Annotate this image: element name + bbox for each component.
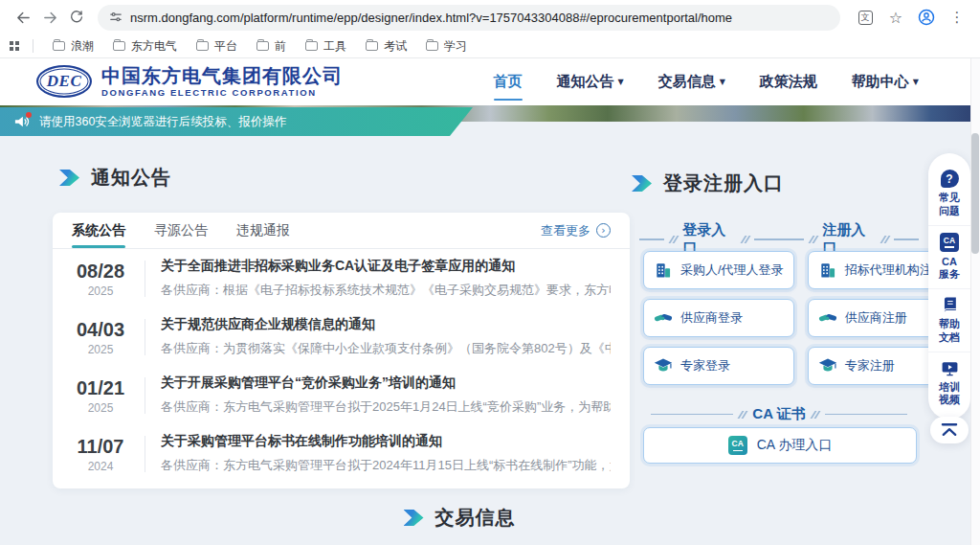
bookmark-folder[interactable]: 学习 — [426, 38, 467, 55]
bookmark-folder[interactable]: 前 — [256, 38, 286, 55]
site-header: DEC 中国东方电气集团有限公司 DONGFANG ELECTRIC CORPO… — [0, 58, 980, 105]
section-arrow-icon — [632, 175, 652, 192]
notice-summary: 各供应商：东方电气采购管理平台拟于2024年11月15日上线“标书在线制作”功能… — [161, 457, 611, 474]
nav-help-center[interactable]: 帮助中心▼ — [852, 69, 919, 95]
arrow-up-to-top-icon — [940, 422, 959, 438]
faq-item[interactable]: ? 常见问题 — [928, 163, 970, 225]
quick-sidebar: ? 常见问题 CA CA 服务 帮助文档 培训视频 — [928, 153, 970, 420]
notices-section-heading: 通知公告 — [59, 165, 171, 191]
back-to-top-button[interactable] — [930, 417, 969, 443]
main-nav: 首页 通知公告▼ 交易信息▼ 政策法规 帮助中心▼ — [494, 58, 919, 105]
apps-grid-icon[interactable] — [10, 41, 19, 51]
tab-violation-reports[interactable]: 违规通报 — [236, 214, 290, 248]
chevron-down-icon: ▼ — [618, 78, 624, 86]
folder-icon — [305, 41, 318, 51]
graduation-cap-icon — [654, 356, 673, 375]
tab-sourcing-notices[interactable]: 寻源公告 — [154, 214, 208, 248]
browser-window: nsrm.dongfang.com/platform/runtime/epp/d… — [0, 0, 980, 545]
browser-notice-ribbon: 请使用360安全浏览器进行后续投标、报价操作 — [0, 107, 473, 136]
back-icon[interactable] — [10, 4, 36, 31]
address-bar[interactable]: nsrm.dongfang.com/platform/runtime/epp/d… — [98, 5, 840, 31]
tab-system-notices[interactable]: 系统公告 — [72, 214, 125, 248]
supplier-login-button[interactable]: 供应商登录 — [643, 299, 794, 337]
notice-summary: 各供应商：东方电气采购管理平台拟于2025年1月24日上线“竞价采购”业务，为帮… — [161, 398, 611, 416]
building-icon — [818, 261, 837, 280]
list-item[interactable]: 01/212025 关于开展采购管理平台“竞价采购业务”培训的通知 各供应商：东… — [53, 366, 630, 424]
entry-buttons-grid: 采购人/代理人登录 招标代理机构注册 供应商登录 供应商注册 专家登录 专家注册 — [643, 251, 917, 385]
divider — [145, 377, 145, 414]
ca-icon: CA — [728, 436, 747, 455]
ca-cert-header: CA 证书 — [639, 405, 919, 423]
notice-summary: 各供应商：根据《电子招标投标系统技术规范》《电子采购交易规范》要求，东方电气采购… — [161, 282, 611, 299]
question-icon: ? — [941, 170, 959, 188]
notice-title[interactable]: 关于开展采购管理平台“竞价采购业务”培训的通知 — [161, 375, 611, 392]
browser-menu-icon[interactable]: ⋮ — [944, 4, 970, 31]
expert-login-button[interactable]: 专家登录 — [643, 347, 794, 385]
forward-icon[interactable] — [36, 4, 63, 31]
training-video-icon — [941, 359, 959, 377]
section-arrow-icon — [59, 170, 79, 186]
company-name-en: DONGFANG ELECTRIC CORPORATION — [101, 87, 343, 98]
trade-section-heading: 交易信息 — [0, 505, 919, 531]
browser-toolbar: nsrm.dongfang.com/platform/runtime/epp/d… — [0, 0, 980, 34]
help-doc-item[interactable]: 帮助文档 — [928, 288, 970, 352]
dec-logo-icon: DEC — [36, 65, 92, 98]
url-text[interactable]: nsrm.dongfang.com/platform/runtime/epp/d… — [130, 11, 732, 25]
folder-icon — [256, 41, 269, 51]
handshake-icon — [818, 308, 837, 328]
help-doc-icon — [941, 296, 959, 314]
section-title: 通知公告 — [91, 165, 171, 191]
nav-trade-info[interactable]: 交易信息▼ — [658, 69, 725, 95]
notice-title[interactable]: 关于采购管理平台标书在线制作功能培训的通知 — [161, 433, 611, 450]
ca-apply-button[interactable]: CA CA 办理入口 — [643, 427, 917, 464]
bookmark-folder[interactable]: 浪潮 — [53, 38, 94, 55]
list-item[interactable]: 11/072024 关于采购管理平台标书在线制作功能培训的通知 各供应商：东方电… — [53, 424, 630, 483]
training-video-item[interactable]: 培训视频 — [928, 352, 970, 415]
building-icon — [654, 261, 673, 280]
notices-card: 系统公告 寻源公告 违规通报 查看更多 › 08/282025 关于全面推进非招… — [53, 213, 630, 488]
list-item[interactable]: 08/282025 关于全面推进非招标采购业务CA认证及电子签章应用的通知 各供… — [53, 249, 630, 307]
notice-date: 01/212025 — [64, 376, 137, 415]
notification-dot — [26, 112, 32, 118]
scrollbar-thumb[interactable] — [971, 133, 979, 254]
list-item[interactable]: 04/032025 关于规范供应商企业规模信息的通知 各供应商：为贯彻落实《保障… — [53, 307, 630, 366]
handshake-icon — [654, 308, 673, 328]
site-settings-icon[interactable] — [109, 11, 122, 24]
ca-icon: CA — [940, 233, 959, 252]
company-logo[interactable]: DEC 中国东方电气集团有限公司 DONGFANG ELECTRIC CORPO… — [36, 65, 343, 98]
divider — [145, 261, 145, 297]
nav-policies[interactable]: 政策法规 — [760, 69, 817, 95]
buyer-agent-login-button[interactable]: 采购人/代理人登录 — [643, 251, 794, 289]
nav-home[interactable]: 首页 — [494, 69, 523, 95]
view-more-link[interactable]: 查看更多 › — [541, 222, 611, 239]
scrollbar[interactable] — [970, 58, 980, 545]
bookmark-star-icon[interactable]: ☆ — [882, 4, 909, 31]
translate-icon[interactable]: 文 — [852, 4, 879, 31]
folder-icon — [426, 41, 438, 51]
bookmark-folder[interactable]: 工具 — [305, 38, 346, 55]
login-section-heading: 登录注册入口 — [632, 170, 784, 196]
divider — [145, 436, 145, 472]
nav-notices[interactable]: 通知公告▼ — [557, 69, 624, 95]
notice-date: 11/072024 — [64, 435, 137, 473]
notice-date: 08/282025 — [64, 260, 137, 298]
page-body: 通知公告 系统公告 寻源公告 违规通报 查看更多 › 08/282025 — [0, 122, 980, 545]
reload-icon[interactable] — [63, 4, 90, 31]
folder-icon — [113, 41, 125, 51]
notice-title[interactable]: 关于规范供应商企业规模信息的通知 — [161, 316, 611, 333]
folder-icon — [53, 41, 65, 51]
notices-tabs-row: 系统公告 寻源公告 违规通报 查看更多 › — [53, 213, 630, 249]
bookmark-folder[interactable]: 考试 — [366, 38, 407, 55]
bookmark-folder[interactable]: 平台 — [196, 38, 237, 55]
divider — [33, 39, 33, 53]
section-arrow-icon — [404, 510, 424, 526]
profile-avatar-icon[interactable] — [913, 4, 940, 31]
folder-icon — [196, 41, 209, 51]
bookmarks-bar: 浪潮 东方电气 平台 前 工具 考试 学习 — [0, 34, 980, 58]
notice-title[interactable]: 关于全面推进非招标采购业务CA认证及电子签章应用的通知 — [161, 258, 611, 275]
ca-service-item[interactable]: CA CA 服务 — [928, 225, 970, 289]
bookmark-folder[interactable]: 东方电气 — [113, 38, 177, 55]
company-name-cn: 中国东方电气集团有限公司 — [101, 65, 343, 87]
folder-icon — [366, 41, 378, 51]
speaker-icon — [13, 114, 31, 129]
